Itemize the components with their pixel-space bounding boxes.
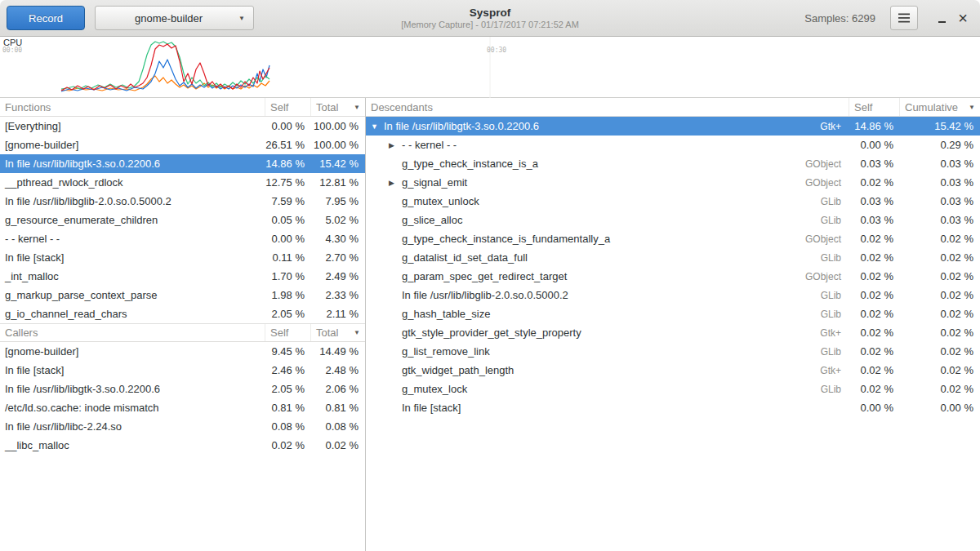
minimize-button[interactable] bbox=[931, 6, 952, 30]
functions-self-column-header[interactable]: Self bbox=[265, 98, 311, 116]
descendant-name: g_list_remove_link bbox=[402, 345, 490, 358]
function-row[interactable]: [Everything] 0.00 % 100.00 % bbox=[0, 117, 365, 136]
library-badge: GLib bbox=[813, 290, 844, 301]
caller-row[interactable]: In file [stack] 2.46 % 2.48 % bbox=[0, 361, 365, 380]
descendant-name-cell: g_datalist_id_set_data_full GLib bbox=[366, 248, 849, 267]
function-self-cell: 26.51 % bbox=[265, 136, 311, 154]
function-name-cell: In file /usr/lib/libglib-2.0.so.0.5000.2 bbox=[0, 192, 265, 211]
descendant-self-cell: 0.03 % bbox=[849, 211, 900, 229]
descendant-name-cell: g_list_remove_link GLib bbox=[366, 342, 849, 361]
descendant-name-cell: g_type_check_instance_is_fundamentally_a… bbox=[366, 229, 849, 248]
callers-list: [gnome-builder] 9.45 % 14.49 % In file [… bbox=[0, 342, 365, 455]
descendant-self-cell: 0.02 % bbox=[849, 267, 900, 286]
descendants-cumulative-column-header[interactable]: Cumulative ▼ bbox=[900, 98, 980, 116]
function-name-cell: g_io_channel_read_chars bbox=[0, 304, 265, 323]
function-self-cell: 1.98 % bbox=[265, 286, 311, 304]
function-row[interactable]: [gnome-builder] 26.51 % 100.00 % bbox=[0, 136, 365, 154]
main-area: Functions Self Total ▼ [Everything] 0.00… bbox=[0, 98, 980, 551]
descendant-name-cell: In file /usr/lib/libglib-2.0.so.0.5000.2… bbox=[366, 286, 849, 304]
function-self-cell: 1.70 % bbox=[265, 267, 311, 286]
function-name-cell: [Everything] bbox=[0, 117, 265, 136]
descendant-row[interactable]: ▶ - - kernel - - 0.00 % 0.29 % bbox=[366, 136, 980, 154]
descendant-row[interactable]: ▶ g_signal_emit GObject 0.02 % 0.03 % bbox=[366, 173, 980, 192]
descendant-name: In file [stack] bbox=[402, 402, 461, 414]
function-row[interactable]: _int_malloc 1.70 % 2.49 % bbox=[0, 267, 365, 286]
descendant-cumulative-cell: 0.02 % bbox=[900, 229, 980, 248]
function-row[interactable]: In file /usr/lib/libglib-2.0.so.0.5000.2… bbox=[0, 192, 365, 211]
descendant-row[interactable]: g_mutex_lock GLib 0.02 % 0.02 % bbox=[366, 380, 980, 398]
descendant-row[interactable]: gtk_widget_path_length Gtk+ 0.02 % 0.02 … bbox=[366, 361, 980, 380]
descendant-row[interactable]: g_hash_table_size GLib 0.02 % 0.02 % bbox=[366, 304, 980, 323]
caller-row[interactable]: [gnome-builder] 9.45 % 14.49 % bbox=[0, 342, 365, 361]
cpu-graph-panel[interactable]: CPU 00:00 00:30 bbox=[0, 37, 980, 98]
function-self-cell: 0.00 % bbox=[265, 117, 311, 136]
descendant-name-cell: g_mutex_unlock GLib bbox=[366, 192, 849, 211]
descendant-name: gtk_widget_path_length bbox=[402, 364, 514, 376]
expander-icon[interactable]: ▶ bbox=[389, 179, 402, 187]
left-pane: Functions Self Total ▼ [Everything] 0.00… bbox=[0, 98, 366, 551]
functions-list: [Everything] 0.00 % 100.00 % [gnome-buil… bbox=[0, 117, 365, 323]
library-badge: Gtk+ bbox=[812, 327, 844, 339]
function-total-cell: 7.95 % bbox=[311, 192, 365, 211]
descendant-row[interactable]: g_mutex_unlock GLib 0.03 % 0.03 % bbox=[366, 192, 980, 211]
callers-total-column-header[interactable]: Total ▼ bbox=[311, 324, 365, 341]
function-row[interactable]: g_resource_enumerate_children 0.05 % 5.0… bbox=[0, 211, 365, 229]
caller-row[interactable]: __libc_malloc 0.02 % 0.02 % bbox=[0, 436, 365, 455]
descendant-row[interactable]: g_list_remove_link GLib 0.02 % 0.02 % bbox=[366, 342, 980, 361]
function-total-cell: 100.00 % bbox=[311, 117, 365, 136]
functions-total-column-header[interactable]: Total ▼ bbox=[311, 98, 365, 116]
descendant-row[interactable]: g_param_spec_get_redirect_target GObject… bbox=[366, 267, 980, 286]
chevron-down-icon: ▼ bbox=[238, 15, 245, 22]
record-button[interactable]: Record bbox=[7, 6, 85, 30]
descendant-name-cell: g_param_spec_get_redirect_target GObject bbox=[366, 267, 849, 286]
descendant-name: g_hash_table_size bbox=[402, 308, 490, 320]
callers-self-column-header[interactable]: Self bbox=[265, 324, 311, 341]
descendant-row[interactable]: g_type_check_instance_is_a GObject 0.03 … bbox=[366, 154, 980, 173]
functions-column-header[interactable]: Functions bbox=[0, 98, 265, 116]
descendants-column-header[interactable]: Descendants bbox=[366, 98, 849, 116]
descendant-cumulative-cell: 0.00 % bbox=[900, 398, 980, 417]
process-selector-dropdown[interactable]: gnome-builder ▼ bbox=[95, 6, 254, 30]
menu-button[interactable] bbox=[890, 6, 918, 30]
descendant-row[interactable]: In file /usr/lib/libglib-2.0.so.0.5000.2… bbox=[366, 286, 980, 304]
descendant-row[interactable]: In file [stack] 0.00 % 0.00 % bbox=[366, 398, 980, 417]
caller-row[interactable]: In file /usr/lib/libc-2.24.so 0.08 % 0.0… bbox=[0, 417, 365, 436]
function-total-cell: 12.81 % bbox=[311, 173, 365, 192]
library-badge: GObject bbox=[797, 271, 844, 282]
function-row[interactable]: g_markup_parse_context_parse 1.98 % 2.33… bbox=[0, 286, 365, 304]
descendant-self-cell: 0.02 % bbox=[849, 248, 900, 267]
descendant-row[interactable]: g_slice_alloc GLib 0.03 % 0.03 % bbox=[366, 211, 980, 229]
timeline-tick-mid: 00:30 bbox=[487, 47, 506, 54]
descendant-row[interactable]: gtk_style_provider_get_style_property Gt… bbox=[366, 323, 980, 342]
function-name-cell: In file [stack] bbox=[0, 248, 265, 267]
caller-row[interactable]: /etc/ld.so.cache: inode mismatch 0.81 % … bbox=[0, 398, 365, 417]
function-row[interactable]: In file [stack] 0.11 % 2.70 % bbox=[0, 248, 365, 267]
minimize-icon bbox=[938, 21, 946, 23]
descendant-cumulative-cell: 0.03 % bbox=[900, 192, 980, 211]
descendant-row[interactable]: ▼ In file /usr/lib/libgtk-3.so.0.2200.6 … bbox=[366, 117, 980, 136]
function-row[interactable]: - - kernel - - 0.00 % 4.30 % bbox=[0, 229, 365, 248]
caller-name-cell: In file [stack] bbox=[0, 361, 265, 380]
function-self-cell: 0.11 % bbox=[265, 248, 311, 267]
function-row[interactable]: g_io_channel_read_chars 2.05 % 2.11 % bbox=[0, 304, 365, 323]
descendant-row[interactable]: g_datalist_id_set_data_full GLib 0.02 % … bbox=[366, 248, 980, 267]
descendant-self-cell: 0.02 % bbox=[849, 342, 900, 361]
expander-icon[interactable]: ▼ bbox=[371, 122, 384, 131]
caller-self-cell: 0.02 % bbox=[265, 436, 311, 455]
descendants-self-column-header[interactable]: Self bbox=[849, 98, 900, 116]
expander-icon[interactable]: ▶ bbox=[389, 141, 402, 149]
function-self-cell: 14.86 % bbox=[265, 154, 311, 173]
callers-column-header[interactable]: Callers bbox=[0, 324, 265, 341]
caller-row[interactable]: In file /usr/lib/libgtk-3.so.0.2200.6 2.… bbox=[0, 380, 365, 398]
function-row[interactable]: In file /usr/lib/libgtk-3.so.0.2200.6 14… bbox=[0, 154, 365, 173]
function-row[interactable]: __pthread_rwlock_rdlock 12.75 % 12.81 % bbox=[0, 173, 365, 192]
descendant-self-cell: 0.02 % bbox=[849, 361, 900, 380]
descendants-list: ▼ In file /usr/lib/libgtk-3.so.0.2200.6 … bbox=[366, 117, 980, 417]
descendant-row[interactable]: g_type_check_instance_is_fundamentally_a… bbox=[366, 229, 980, 248]
function-total-cell: 4.30 % bbox=[311, 229, 365, 248]
descendant-self-cell: 0.00 % bbox=[849, 398, 900, 417]
function-total-cell: 2.49 % bbox=[311, 267, 365, 286]
sort-indicator-icon: ▼ bbox=[354, 104, 360, 111]
library-badge: GObject bbox=[797, 177, 844, 189]
close-button[interactable]: × bbox=[952, 6, 973, 30]
